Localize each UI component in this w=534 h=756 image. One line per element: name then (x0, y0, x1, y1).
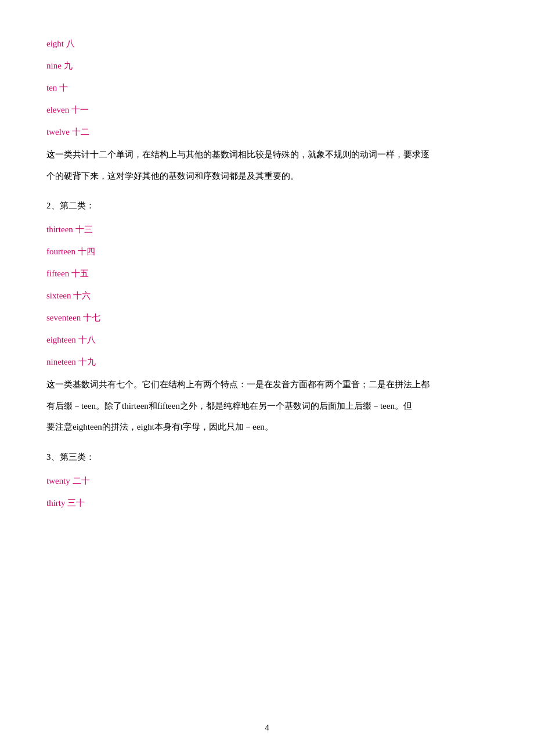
word-item-eight: eight 八 (46, 35, 488, 52)
word-item-thirty: thirty 三十 (46, 494, 488, 512)
word-item-twenty: twenty 二十 (46, 472, 488, 489)
section3-heading: 3、第三类： (46, 449, 488, 465)
page-content: eight 八 nine 九 ten 十 eleven 十一 twelve 十二… (0, 0, 534, 564)
word-item-twelve: twelve 十二 (46, 123, 488, 141)
word-item-fifteen: fifteen 十五 (46, 265, 488, 282)
words-group3: twenty 二十 thirty 三十 (46, 472, 488, 512)
section2-heading: 2、第二类： (46, 198, 488, 214)
word-item-sixteen: sixteen 十六 (46, 287, 488, 304)
word-item-thirteen: thirteen 十三 (46, 221, 488, 238)
word-item-nineteen: nineteen 十九 (46, 353, 488, 370)
words-group2: thirteen 十三 fourteen 十四 fifteen 十五 sixte… (46, 221, 488, 370)
body-text-group1: 这一类共计十二个单词，在结构上与其他的基数词相比较是特殊的，就象不规则的动词一样… (46, 146, 488, 184)
word-item-fourteen: fourteen 十四 (46, 243, 488, 260)
word-item-nine: nine 九 (46, 57, 488, 74)
body-text-group2: 这一类基数词共有七个。它们在结构上有两个特点：一是在发音方面都有两个重音；二是在… (46, 376, 488, 435)
body-text-1b: 个的硬背下来，这对学好其他的基数词和序数词都是及其重要的。 (46, 168, 488, 185)
body-text-2b: 有后缀－teen。除了thirteen和fifteen之外，都是纯粹地在另一个基… (46, 398, 488, 415)
word-item-eighteen: eighteen 十八 (46, 331, 488, 348)
body-text-2c: 要注意eighteen的拼法，eight本身有t字母，因此只加－een。 (46, 419, 488, 435)
word-item-ten: ten 十 (46, 79, 488, 96)
word-item-eleven: eleven 十一 (46, 101, 488, 118)
page-number: 4 (265, 723, 269, 733)
word-item-seventeen: seventeen 十七 (46, 309, 488, 326)
words-group1: eight 八 nine 九 ten 十 eleven 十一 twelve 十二 (46, 35, 488, 141)
body-text-1a: 这一类共计十二个单词，在结构上与其他的基数词相比较是特殊的，就象不规则的动词一样… (46, 146, 488, 163)
body-text-2a: 这一类基数词共有七个。它们在结构上有两个特点：一是在发音方面都有两个重音；二是在… (46, 376, 488, 393)
